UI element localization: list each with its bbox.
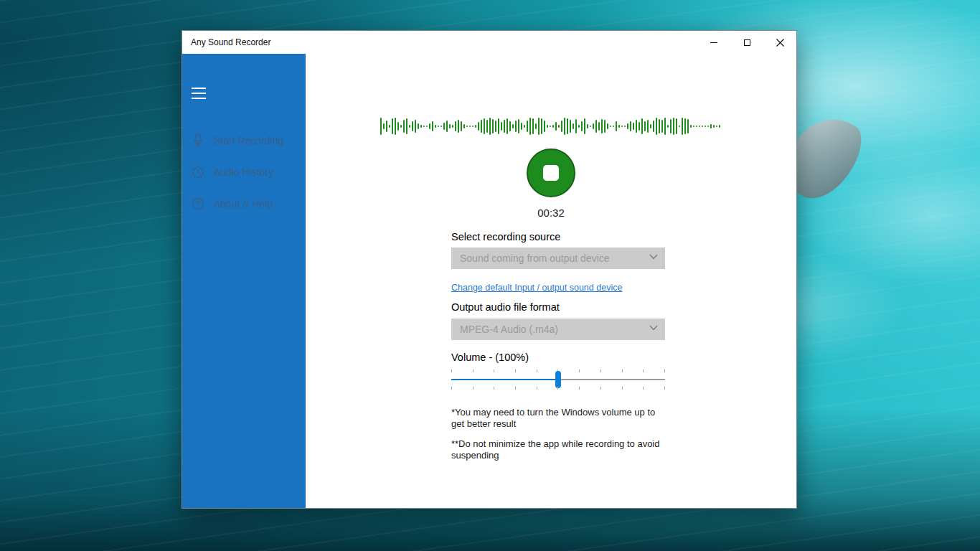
waveform <box>306 118 796 135</box>
sidebar-item-about-help[interactable]: About & Help <box>182 188 306 220</box>
recording-source-value: Sound coming from output device <box>460 253 610 264</box>
source-label: Select recording source <box>451 231 665 242</box>
close-button[interactable] <box>763 31 796 54</box>
sidebar-item-start-recording[interactable]: Start Recording <box>182 125 306 156</box>
window-title: Any Sound Recorder <box>182 37 697 47</box>
volume-slider-fill <box>451 379 558 380</box>
recording-source-dropdown[interactable]: Sound coming from output device <box>451 248 665 269</box>
stop-recording-button[interactable] <box>527 149 575 197</box>
minimize-button[interactable] <box>697 31 730 54</box>
close-icon <box>776 39 784 47</box>
main-content: 00:32 Select recording source Sound comi… <box>306 54 796 508</box>
output-format-dropdown[interactable]: MPEG-4 Audio (.m4a) <box>451 319 665 340</box>
minimize-icon <box>710 42 717 43</box>
note-volume: *You may need to turn the Windows volume… <box>451 407 665 430</box>
sidebar-item-label: About & Help <box>214 198 273 209</box>
chevron-down-icon <box>649 254 658 260</box>
sidebar-item-audio-history[interactable]: Audio History <box>182 156 306 188</box>
output-format-value: MPEG-4 Audio (.m4a) <box>460 324 558 335</box>
title-bar: Any Sound Recorder <box>182 31 796 54</box>
app-window: Any Sound Recorder <box>182 30 797 509</box>
chevron-down-icon <box>649 325 658 331</box>
stop-icon <box>543 165 559 181</box>
change-device-link[interactable]: Change default Input / output sound devi… <box>451 283 622 293</box>
sidebar-item-label: Start Recording <box>214 135 283 146</box>
help-icon <box>192 197 204 211</box>
history-icon <box>192 165 204 179</box>
maximize-icon <box>744 39 750 46</box>
volume-label: Volume - (100%) <box>451 352 665 363</box>
sidebar-item-label: Audio History <box>214 166 273 178</box>
desktop-wallpaper: Any Sound Recorder <box>0 0 980 551</box>
maximize-button[interactable] <box>730 31 763 54</box>
microphone-icon <box>192 133 204 148</box>
recording-timer: 00:32 <box>306 207 796 219</box>
slider-ticks-bottom <box>451 387 665 390</box>
note-minimize: **Do not minimize the app while recordin… <box>451 438 665 461</box>
volume-slider-thumb[interactable] <box>555 371 561 388</box>
hamburger-menu-button[interactable] <box>192 88 206 99</box>
volume-slider[interactable] <box>451 369 665 390</box>
sidebar: Start Recording Audio History <box>182 54 306 508</box>
format-label: Output audio file format <box>451 301 665 313</box>
